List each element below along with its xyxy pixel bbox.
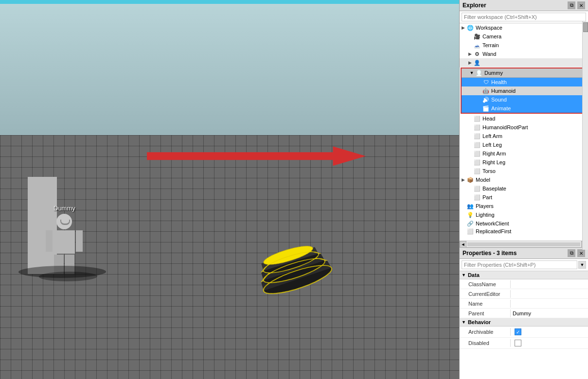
baseplate-icon: ⬜ — [473, 185, 481, 192]
humanoid-icon: 🤖 — [482, 87, 490, 95]
viewport: Dummy — [0, 0, 459, 379]
prop-archivable-label: Archivable — [460, 328, 511, 336]
expand-replicatedfirst — [460, 228, 466, 235]
tree-item-model[interactable]: ▶ 📦 Model — [460, 175, 588, 184]
explorer-filter-input[interactable] — [462, 13, 586, 21]
tree-item-rightarm[interactable]: ⬜ Right Arm — [460, 149, 588, 158]
viewport-topbar — [0, 0, 459, 4]
vscroll-thumb[interactable] — [583, 22, 588, 32]
tree-item-terrain[interactable]: 🗻 Terrain — [460, 41, 588, 50]
explorer-close-icon[interactable]: ✕ — [577, 1, 585, 9]
camera-label: Camera — [482, 34, 501, 39]
tree-item-leftarm[interactable]: ⬜ Left Arm — [460, 132, 588, 140]
explorer-header-icons: ⧉ ✕ — [568, 1, 585, 9]
tree-item-health[interactable]: 🛡 Health — [462, 78, 586, 86]
expand-wand[interactable]: ▶ — [466, 51, 473, 57]
expand-rightarm — [466, 150, 473, 157]
tree-item-rightleg[interactable]: ⬜ Right Leg — [460, 158, 588, 167]
expand-model[interactable]: ▶ — [460, 176, 466, 183]
players-icon: 👥 — [466, 202, 474, 210]
terrain-icon: 🗻 — [473, 41, 481, 49]
expand-animate — [475, 105, 482, 112]
prop-row-currenteditor: CurrentEditor — [460, 289, 588, 299]
tree-item-torso[interactable]: ⬜ Torso — [460, 167, 588, 175]
character: Dummy — [46, 205, 83, 274]
prop-disabled-label: Disabled — [460, 339, 511, 347]
tree-item-animate[interactable]: 🎬 Animate — [462, 104, 586, 113]
tree-item-baseplate[interactable]: ⬜ Baseplate — [460, 184, 588, 193]
prop-row-classname: ClassName — [460, 279, 588, 289]
workspace-icon: 🌐 — [466, 24, 474, 32]
expand-baseplate — [466, 185, 473, 192]
properties-filter-dropdown[interactable]: ▼ — [578, 261, 586, 269]
humanoidrootpart-icon: ⬜ — [473, 123, 481, 131]
viewport-scene[interactable]: Dummy — [0, 4, 459, 379]
torso-icon: ⬜ — [473, 167, 481, 175]
tree-item-workspace[interactable]: ▶ 🌐 Workspace — [460, 23, 588, 32]
disabled-checkbox[interactable] — [515, 340, 521, 346]
tree-item-dummy-partial[interactable]: ▶ 👤 — [460, 58, 588, 67]
explorer-collapse-icon[interactable]: ⧉ — [568, 1, 575, 9]
tree-item-head[interactable]: ⬜ Head — [460, 114, 588, 123]
tree-item-lighting[interactable]: 💡 Lighting — [460, 210, 588, 219]
explorer-header: Explorer ⧉ ✕ — [460, 0, 588, 11]
wand-label: Wand — [482, 51, 496, 57]
players-label: Players — [476, 203, 494, 209]
lighting-icon: 💡 — [466, 211, 474, 219]
properties-header: Properties - 3 items ⧉ ✕ — [460, 248, 588, 259]
networkclient-label: NetworkClient — [476, 221, 509, 226]
expand-sound — [475, 96, 482, 103]
tree-item-part[interactable]: ⬜ Part — [460, 193, 588, 202]
expand-part — [466, 194, 473, 201]
head-label: Head — [482, 116, 495, 121]
prop-row-disabled: Disabled — [460, 338, 588, 349]
properties-body: ▼ Data ClassName CurrentEditor Name Pare… — [460, 271, 588, 379]
prop-section-data[interactable]: ▼ Data — [460, 271, 588, 279]
hscroll-bar[interactable] — [467, 242, 580, 246]
humanoid-label: Humanoid — [491, 88, 516, 94]
prop-currenteditor-value[interactable] — [511, 293, 588, 295]
expand-networkclient — [460, 220, 466, 227]
sound-label: Sound — [491, 97, 507, 103]
archivable-checkbox[interactable] — [515, 328, 521, 335]
explorer-section: Explorer ⧉ ✕ ▶ 🌐 Workspace 🎥 Camera — [460, 0, 588, 248]
explorer-tree[interactable]: ▶ 🌐 Workspace 🎥 Camera 🗻 Terrain ▶ ⚙ Wan… — [460, 23, 588, 241]
tree-item-leftleg[interactable]: ⬜ Left Leg — [460, 140, 588, 149]
leftarm-label: Left Arm — [482, 133, 502, 139]
expand-workspace[interactable]: ▶ — [460, 24, 466, 31]
prop-classname-label: ClassName — [460, 280, 511, 288]
tree-item-networkclient[interactable]: 🔗 NetworkClient — [460, 219, 588, 228]
networkclient-icon: 🔗 — [466, 220, 474, 227]
explorer-vscroll[interactable] — [582, 21, 588, 250]
prop-name-value[interactable] — [511, 303, 588, 305]
head-icon: ⬜ — [473, 115, 481, 122]
explorer-filter — [460, 11, 588, 23]
baseplate-label: Baseplate — [482, 186, 506, 191]
tree-item-players[interactable]: 👥 Players — [460, 202, 588, 210]
tree-item-replicatedfirst[interactable]: ⬜ ReplicatedFirst — [460, 228, 588, 235]
tree-item-wand[interactable]: ▶ ⚙ Wand — [460, 50, 588, 58]
properties-collapse-icon[interactable]: ⧉ — [568, 249, 575, 257]
properties-filter: ▼ — [460, 259, 588, 271]
properties-section: Properties - 3 items ⧉ ✕ ▼ ▼ Data ClassN… — [460, 248, 588, 379]
lighting-label: Lighting — [476, 212, 495, 218]
prop-classname-value[interactable] — [511, 283, 588, 285]
expand-dummy-partial[interactable]: ▶ — [466, 59, 473, 66]
prop-disabled-value — [511, 338, 588, 348]
hscroll-left-btn[interactable]: ◄ — [460, 241, 466, 248]
prop-section-behavior[interactable]: ▼ Behavior — [460, 318, 588, 327]
tree-item-sound[interactable]: 🔊 Sound — [462, 95, 586, 104]
char-right-arm — [76, 230, 83, 252]
prop-row-name: Name — [460, 299, 588, 309]
right-panel: Explorer ⧉ ✕ ▶ 🌐 Workspace 🎥 Camera — [459, 0, 588, 379]
tree-item-humanoidrootpart[interactable]: ⬜ HumanoidRootPart — [460, 123, 588, 132]
tree-item-camera[interactable]: 🎥 Camera — [460, 32, 588, 41]
leftleg-icon: ⬜ — [473, 141, 481, 149]
properties-close-icon[interactable]: ✕ — [577, 249, 585, 257]
tree-item-dummy[interactable]: ▼ 👤 Dummy — [462, 69, 586, 78]
expand-players — [460, 203, 466, 209]
tree-item-humanoid[interactable]: 🤖 Humanoid — [462, 86, 586, 95]
prop-parent-value[interactable]: Dummy — [511, 310, 588, 317]
expand-dummy[interactable]: ▼ — [468, 69, 475, 76]
properties-filter-input[interactable] — [462, 260, 577, 269]
